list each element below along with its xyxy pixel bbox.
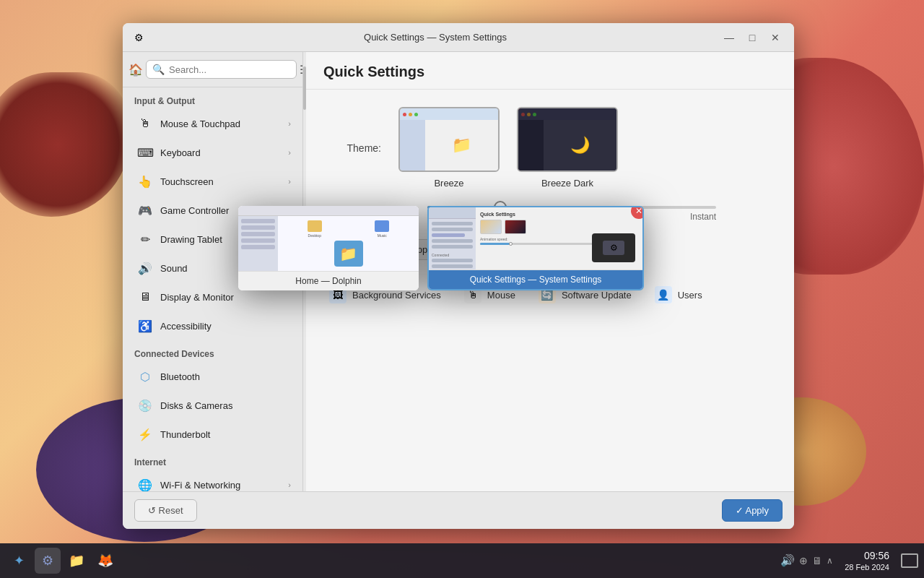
taskbar: ✦ ⚙ 📁 🦊 🔊 ⊕ 🖥 ∧ 09:56 28 Feb 2024 xyxy=(0,543,924,578)
home-button[interactable]: 🏠 xyxy=(128,58,143,81)
settings-widget: ⚙ xyxy=(592,233,635,262)
touchscreen-icon: 👆 xyxy=(137,173,153,189)
volume-icon[interactable]: 🔊 xyxy=(780,553,795,567)
sidebar-item-touchscreen[interactable]: 👆 Touchscreen › xyxy=(126,168,300,195)
game-controller-icon: 🎮 xyxy=(137,202,153,218)
accessibility-tray-icon[interactable]: ⊕ xyxy=(799,555,808,566)
keyboard-icon: ⌨ xyxy=(137,144,153,160)
sidebar-item-label: Wi-Fi & Networking xyxy=(160,480,281,491)
quick-icon-label: Users xyxy=(678,290,702,301)
theme-option-breeze[interactable]: 📁 Breeze xyxy=(398,107,500,189)
sidebar-header: 🏠 🔍 ☰ xyxy=(123,52,302,87)
thumbnail-dolphin[interactable]: Desktop Music 📁 Home — Dolphin xyxy=(238,206,419,290)
sidebar-item-label: Thunderbolt xyxy=(160,429,291,440)
display-monitor-icon: 🖥 xyxy=(137,289,153,305)
sidebar-item-mouse[interactable]: 🖱 Mouse & Touchpad › xyxy=(126,110,300,137)
section-label-connected-devices: Connected Devices xyxy=(123,340,302,362)
sidebar-item-label: Bluetooth xyxy=(160,371,291,382)
titlebar: ⚙ Quick Settings — System Settings — □ ✕ xyxy=(123,23,794,52)
app-icon: ⚙ xyxy=(131,30,146,45)
quick-icon-label: Background Services xyxy=(352,290,441,301)
breeze-preview: 📁 xyxy=(398,107,500,172)
sidebar-item-wifi[interactable]: 🌐 Wi-Fi & Networking › xyxy=(126,471,300,491)
display-tray-icon[interactable]: 🖥 xyxy=(812,555,822,566)
sidebar-item-label: Mouse & Touchpad xyxy=(160,118,281,129)
theme-label: Theme: xyxy=(323,142,381,154)
taskbar-right: 🔊 ⊕ 🖥 ∧ 09:56 28 Feb 2024 xyxy=(780,549,918,572)
dolphin-preview: Desktop Music 📁 xyxy=(238,206,419,271)
taskbar-clock[interactable]: 09:56 28 Feb 2024 xyxy=(845,549,889,572)
theme-options: 📁 Breeze xyxy=(398,107,618,189)
maximize-button[interactable]: □ xyxy=(742,29,762,46)
theme-option-breeze-dark[interactable]: 🌙 Breeze Dark xyxy=(517,107,618,189)
bluetooth-icon: ⬡ xyxy=(137,368,153,384)
thumbnail-system-settings[interactable]: ✕ Connected Qui xyxy=(427,206,644,290)
thumbnail-popup: Desktop Music 📁 Home — Dolphin ✕ xyxy=(238,206,671,290)
apply-button[interactable]: ✓ Apply xyxy=(722,499,783,522)
sidebar-item-label: Keyboard xyxy=(160,147,281,158)
content-header: Quick Settings xyxy=(306,52,794,90)
reset-button[interactable]: ↺ Reset xyxy=(134,499,197,522)
sidebar-item-disks-cameras[interactable]: 💿 Disks & Cameras xyxy=(126,392,300,419)
sidebar-item-label: Disks & Cameras xyxy=(160,400,291,411)
search-icon: 🔍 xyxy=(152,64,165,75)
sidebar-item-keyboard[interactable]: ⌨ Keyboard › xyxy=(126,139,300,166)
window-footer: ↺ Reset ✓ Apply xyxy=(123,491,794,529)
mouse-icon: 🖱 xyxy=(137,116,153,131)
sidebar-item-label: Accessibility xyxy=(160,321,291,332)
screen-icon xyxy=(901,553,918,568)
clock-time: 09:56 xyxy=(845,549,889,562)
window-controls: — □ ✕ xyxy=(719,29,785,46)
search-input[interactable] xyxy=(169,64,290,75)
page-title: Quick Settings xyxy=(323,64,777,80)
theme-name-breeze: Breeze xyxy=(434,178,463,189)
breeze-dark-preview: 🌙 xyxy=(517,107,618,172)
drawing-tablet-icon: ✏ xyxy=(137,231,153,247)
close-button[interactable]: ✕ xyxy=(765,29,785,46)
thumbnail-dolphin-label: Home — Dolphin xyxy=(238,271,419,290)
expand-tray-icon[interactable]: ∧ xyxy=(827,556,833,566)
taskbar-system-settings[interactable]: ⚙ xyxy=(35,548,61,574)
quick-icon-label: Software Update xyxy=(562,290,632,301)
thunderbolt-icon: ⚡ xyxy=(137,426,153,442)
content-body: Theme: xyxy=(306,90,794,491)
taskbar-dolphin[interactable]: 📁 xyxy=(64,548,90,574)
window-title: Quick Settings — System Settings xyxy=(152,32,719,43)
accessibility-icon: ♿ xyxy=(137,318,153,334)
theme-section: Theme: xyxy=(323,107,777,189)
clock-date: 28 Feb 2024 xyxy=(845,562,889,572)
taskbar-firefox[interactable]: 🦊 xyxy=(92,548,118,574)
chevron-right-icon: › xyxy=(288,119,291,128)
taskbar-system-tray: 🔊 ⊕ 🖥 ∧ xyxy=(780,553,833,567)
taskbar-left: ✦ ⚙ 📁 🦊 xyxy=(6,548,118,574)
theme-name-breeze-dark: Breeze Dark xyxy=(541,178,593,189)
search-box: 🔍 xyxy=(146,60,297,79)
section-label-input-output: Input & Output xyxy=(123,87,302,109)
sidebar-item-accessibility[interactable]: ♿ Accessibility xyxy=(126,312,300,340)
quick-icon-label: Mouse xyxy=(487,290,515,301)
wifi-icon: 🌐 xyxy=(137,477,153,491)
settings-preview: Connected Quick Settings Animation speed… xyxy=(429,207,642,269)
disks-icon: 💿 xyxy=(137,397,153,413)
chevron-right-icon: › xyxy=(288,148,291,157)
minimize-button[interactable]: — xyxy=(719,29,739,46)
sidebar-item-label: Display & Monitor xyxy=(160,292,291,303)
section-label-internet: Internet xyxy=(123,449,302,470)
chevron-right-icon: › xyxy=(288,177,291,186)
thumbnail-settings-label: Quick Settings — System Settings xyxy=(429,269,642,289)
sidebar-item-label: Touchscreen xyxy=(160,176,281,187)
taskbar-kde-button[interactable]: ✦ xyxy=(6,548,32,574)
slider-max-label: Instant xyxy=(690,212,716,222)
sidebar-item-thunderbolt[interactable]: ⚡ Thunderbolt xyxy=(126,420,300,448)
chevron-right-icon: › xyxy=(288,480,291,489)
sound-icon: 🔊 xyxy=(137,260,153,276)
sidebar-item-bluetooth[interactable]: ⬡ Bluetooth xyxy=(126,363,300,390)
